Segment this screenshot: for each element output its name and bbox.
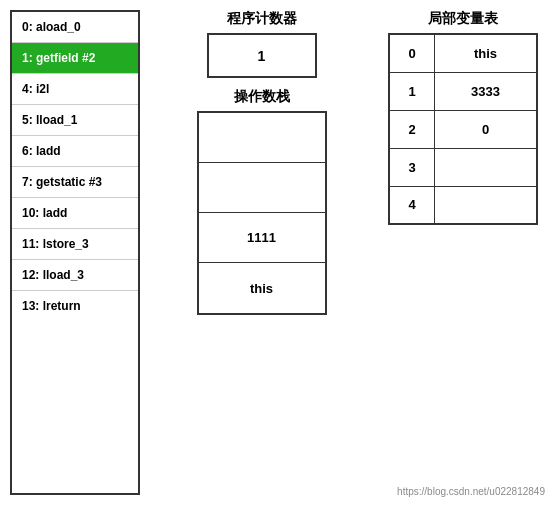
lvt-row-2: 20 [389,110,537,148]
instruction-item-0[interactable]: 0: aload_0 [12,12,138,43]
stack-cell-3: this [199,263,325,313]
lvt-value-2: 0 [435,110,537,148]
instruction-item-1[interactable]: 1: getfield #2 [12,43,138,74]
center-area: 程序计数器 1 操作数栈 1111this [150,10,373,495]
pc-value: 1 [207,33,317,78]
instruction-item-9[interactable]: 13: lreturn [12,291,138,321]
local-variable-table: 0this133332034 [388,33,538,225]
lvt-title: 局部变量表 [428,10,498,28]
pc-title: 程序计数器 [227,10,297,28]
lvt-row-4: 4 [389,186,537,224]
instruction-item-7[interactable]: 11: lstore_3 [12,229,138,260]
stack-cell-1 [199,163,325,213]
lvt-row-1: 13333 [389,72,537,110]
lvt-row-0: 0this [389,34,537,72]
lvt-index-1: 1 [389,72,435,110]
stack-section: 操作数栈 1111this [197,88,327,315]
main-container: 0: aload_01: getfield #24: i2l5: lload_1… [0,0,553,505]
instruction-item-3[interactable]: 5: lload_1 [12,105,138,136]
lvt-index-3: 3 [389,148,435,186]
stack-cell-2: 1111 [199,213,325,263]
instruction-item-8[interactable]: 12: lload_3 [12,260,138,291]
instruction-item-2[interactable]: 4: i2l [12,74,138,105]
lvt-value-3 [435,148,537,186]
lvt-index-2: 2 [389,110,435,148]
stack-title: 操作数栈 [234,88,290,106]
lvt-value-0: this [435,34,537,72]
instruction-item-4[interactable]: 6: ladd [12,136,138,167]
lvt-index-0: 0 [389,34,435,72]
instruction-item-6[interactable]: 10: ladd [12,198,138,229]
stack-cell-0 [199,113,325,163]
lvt-value-4 [435,186,537,224]
lvt-index-4: 4 [389,186,435,224]
lvt-value-1: 3333 [435,72,537,110]
watermark: https://blog.csdn.net/u022812849 [397,486,545,497]
instruction-list: 0: aload_01: getfield #24: i2l5: lload_1… [10,10,140,495]
pc-section: 程序计数器 1 [207,10,317,78]
instruction-item-5[interactable]: 7: getstatic #3 [12,167,138,198]
lvt-row-3: 3 [389,148,537,186]
stack-container: 1111this [197,111,327,315]
right-area: 局部变量表 0this133332034 [383,10,543,495]
